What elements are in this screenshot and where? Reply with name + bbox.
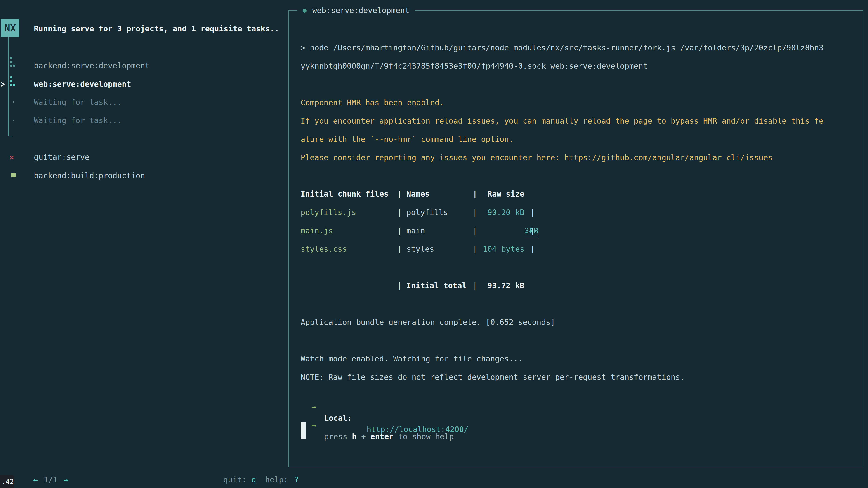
table-total-row: | Initial total | 93.72 kB — [301, 280, 863, 291]
help-label: help: — [265, 475, 288, 484]
keybinding-hints: quit:qhelp:? — [195, 463, 299, 474]
terminal-cursor — [301, 422, 306, 439]
command-line-1: > node /Users/mhartington/Github/guitars… — [301, 42, 824, 53]
pager: ←1/1→ — [5, 463, 68, 474]
hmr-warning-line-1: Component HMR has been enabled. — [301, 97, 444, 108]
selected-task-caret: > — [1, 78, 5, 90]
hmr-warning-line-2: If you encounter application reload issu… — [301, 115, 824, 127]
help-key: ? — [294, 475, 299, 484]
table-divider: | — [530, 225, 535, 236]
chunk-name: polyfills — [406, 207, 448, 218]
arrow-right-icon: → — [311, 420, 316, 431]
chunk-file: styles.css — [301, 243, 347, 255]
terminal-screen: NX Running serve for 3 projects, and 1 r… — [0, 0, 868, 488]
table-row: polyfills.js | polyfills | 90.20 kB | — [301, 207, 863, 218]
table-divider: | — [397, 280, 402, 291]
table-divider: | — [397, 243, 402, 255]
quit-label: quit: — [223, 475, 246, 484]
task-tree-connector — [8, 37, 8, 136]
watch-mode-message: Watch mode enabled. Watching for file ch… — [301, 353, 523, 364]
bundle-complete-message: Application bundle generation complete. … — [301, 317, 555, 328]
sidebar-item-web-serve[interactable]: web:serve:development — [34, 78, 131, 90]
help-hint-line: → press h + enter to show help — [289, 408, 863, 420]
chunk-size: 90.20 kB — [475, 207, 524, 218]
hmr-warning-line-3: ature with the `--no-hmr` command line o… — [301, 133, 514, 145]
chunk-name: styles — [406, 243, 434, 255]
press-help-hint: press h + enter to show help — [324, 431, 454, 442]
pager-next-arrow-icon[interactable]: → — [64, 475, 68, 484]
total-label: Initial total — [406, 280, 467, 291]
local-url-line: → Local: http://localhost:4200/ — [289, 390, 863, 401]
sidebar-item-waiting-1: Waiting for task... — [34, 96, 122, 108]
pager-prev-arrow-icon[interactable]: ← — [33, 475, 38, 484]
table-divider: | — [530, 207, 535, 218]
table-divider: | — [530, 243, 535, 255]
panel-title: web:serve:development — [312, 4, 410, 17]
col-header-raw-size: Raw size — [475, 188, 524, 199]
table-divider: | — [397, 188, 402, 199]
pending-dot-icon — [13, 101, 14, 103]
spinner-icon — [10, 76, 16, 87]
total-size: 93.72 kB — [475, 280, 524, 291]
nx-logo: NX — [1, 19, 20, 37]
chunk-size: 104 bytes — [475, 243, 524, 255]
sidebar-item-backend-build[interactable]: backend:build:production — [34, 170, 145, 181]
hmr-warning-line-4: Please consider reporting any issues you… — [301, 152, 773, 163]
sidebar-item-guitar-serve[interactable]: guitar:serve — [34, 151, 90, 163]
table-row: styles.css | styles | 104 bytes | — [301, 243, 863, 255]
sidebar-item-backend-serve[interactable]: backend:serve:development — [34, 60, 150, 71]
panel-header: ● web:serve:development — [297, 4, 415, 17]
failed-x-icon: ✕ — [9, 151, 14, 163]
col-header-files: Initial chunk files — [301, 188, 389, 199]
chunk-file: polyfills.js — [301, 207, 356, 218]
chunk-file: main.js — [301, 225, 333, 236]
command-line-2: yyknnbtgh0000gn/T/9f4c243785f8453e3f00/f… — [301, 60, 648, 72]
run-summary-title: Running serve for 3 projects, and 1 requ… — [34, 23, 279, 34]
running-bullet-icon: ● — [303, 4, 307, 17]
quit-key: q — [251, 475, 256, 484]
col-header-names: Names — [406, 188, 430, 199]
chunk-table-header: Initial chunk files | Names | Raw size — [301, 188, 863, 199]
pending-dot-icon — [13, 120, 14, 121]
terminal-overlay-badge: .42 — [0, 475, 14, 488]
sidebar-item-waiting-2: Waiting for task... — [34, 115, 122, 126]
pager-label: 1/1 — [43, 475, 57, 484]
table-divider: | — [397, 207, 402, 218]
chunk-name: main — [406, 225, 425, 236]
note-message: NOTE: Raw file sizes do not reflect deve… — [301, 371, 685, 383]
table-row: main.js | main | 3.42 kB | — [301, 225, 863, 236]
task-output-panel: ● web:serve:development > node /Users/mh… — [288, 10, 864, 467]
success-square-icon — [11, 173, 16, 177]
task-tree-connector-foot — [8, 136, 12, 136]
spinner-icon — [10, 57, 16, 67]
table-divider: | — [473, 225, 477, 236]
table-divider: | — [397, 225, 402, 236]
